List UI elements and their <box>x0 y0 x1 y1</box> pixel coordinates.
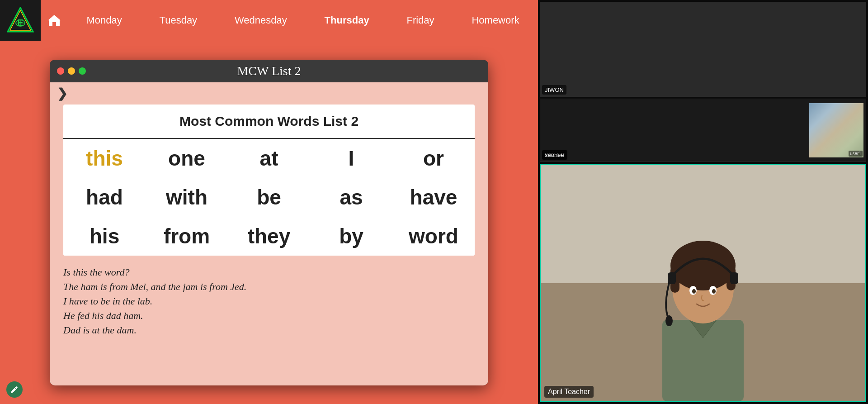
word-with: with <box>146 178 228 217</box>
app-logo: E <box>7 7 34 34</box>
word-they: they <box>228 217 310 256</box>
nav-item-thursday[interactable]: Thursday <box>316 11 378 30</box>
word-be: be <box>228 178 310 217</box>
nav-item-homework[interactable]: Homework <box>462 11 528 30</box>
word-had: had <box>63 178 146 217</box>
nav-item-monday[interactable]: Monday <box>77 11 131 30</box>
browser-title: MCW List 2 <box>237 64 301 78</box>
top-bar: E Monday Tuesday Wednesday Thursday Frid… <box>0 0 538 41</box>
word-I: I <box>310 139 392 178</box>
word-word: word <box>392 217 475 256</box>
word-this: this <box>63 139 146 178</box>
svg-rect-18 <box>730 272 738 284</box>
thumbnail-image <box>809 103 863 157</box>
browser-dots <box>57 67 86 75</box>
home-button[interactable] <box>41 0 68 41</box>
video-panel-april: April Teacher <box>540 164 866 402</box>
sentence-4: He fed his dad ham. <box>63 310 475 322</box>
word-one: one <box>146 139 228 178</box>
sentence-2: The ham is from Mel, and the jam is from… <box>63 281 475 293</box>
word-as: as <box>310 178 392 217</box>
jiwon-badge: JIWON <box>542 85 566 95</box>
word-his: his <box>63 217 146 256</box>
seohee-badge: seohee <box>542 150 567 160</box>
yglec-thumbnail: user1 <box>809 103 863 157</box>
word-at: at <box>228 139 310 178</box>
svg-point-15 <box>692 289 696 294</box>
main-area: E Monday Tuesday Wednesday Thursday Frid… <box>0 0 538 404</box>
pencil-button[interactable] <box>6 381 23 398</box>
maximize-dot[interactable] <box>79 67 86 75</box>
close-dot[interactable] <box>57 67 64 75</box>
nav-items: Monday Tuesday Wednesday Thursday Friday… <box>68 11 538 30</box>
minimize-dot[interactable] <box>68 67 75 75</box>
nav-item-tuesday[interactable]: Tuesday <box>151 11 207 30</box>
yglec-thumbnail-panel: user1 <box>807 99 866 162</box>
right-sidebar: JIWON YGLEC user1 seohee <box>538 0 868 404</box>
sentences-area: Is this the word? The ham is from Mel, a… <box>50 256 488 350</box>
nav-item-wednesday[interactable]: Wednesday <box>226 11 296 30</box>
mcw-card-title: Most Common Words List 2 <box>179 114 359 128</box>
nav-bar: Monday Tuesday Wednesday Thursday Friday… <box>41 0 538 41</box>
thumbnail-label: user1 <box>849 151 863 157</box>
yglec-left-panel: YGLEC <box>540 99 807 162</box>
sentence-3: I have to be in the lab. <box>63 295 475 307</box>
video-panel-yglec: YGLEC user1 seohee <box>540 99 866 162</box>
teacher-figure-svg <box>617 202 789 401</box>
home-icon <box>47 13 61 28</box>
back-btn-area: ❯ <box>50 82 488 105</box>
sentence-5: Dad is at the dam. <box>63 324 475 336</box>
april-teacher-badge: April Teacher <box>544 386 594 398</box>
words-grid: this one at I or had with be as have his… <box>63 139 475 256</box>
logo-area: E <box>0 0 41 41</box>
browser-content: ❯ Most Common Words List 2 this one at I… <box>50 82 488 385</box>
browser-window: MCW List 2 ❯ Most Common Words List 2 th… <box>50 60 488 385</box>
video-panel-jiwon: JIWON <box>540 2 866 97</box>
back-button[interactable]: ❯ <box>57 86 67 100</box>
word-by: by <box>310 217 392 256</box>
content-area: MCW List 2 ❯ Most Common Words List 2 th… <box>0 41 538 404</box>
nav-item-friday[interactable]: Friday <box>397 11 443 30</box>
svg-point-10 <box>670 241 736 290</box>
mcw-card-header: Most Common Words List 2 <box>63 105 475 139</box>
word-or: or <box>392 139 475 178</box>
browser-titlebar: MCW List 2 <box>50 60 488 82</box>
svg-point-16 <box>712 289 716 294</box>
sentence-1: Is this the word? <box>63 266 475 278</box>
mcw-card: Most Common Words List 2 this one at I o… <box>63 105 475 256</box>
word-from: from <box>146 217 228 256</box>
teacher-video: April Teacher <box>541 165 865 401</box>
pencil-icon <box>10 385 19 394</box>
svg-point-19 <box>665 315 673 326</box>
word-have: have <box>392 178 475 217</box>
